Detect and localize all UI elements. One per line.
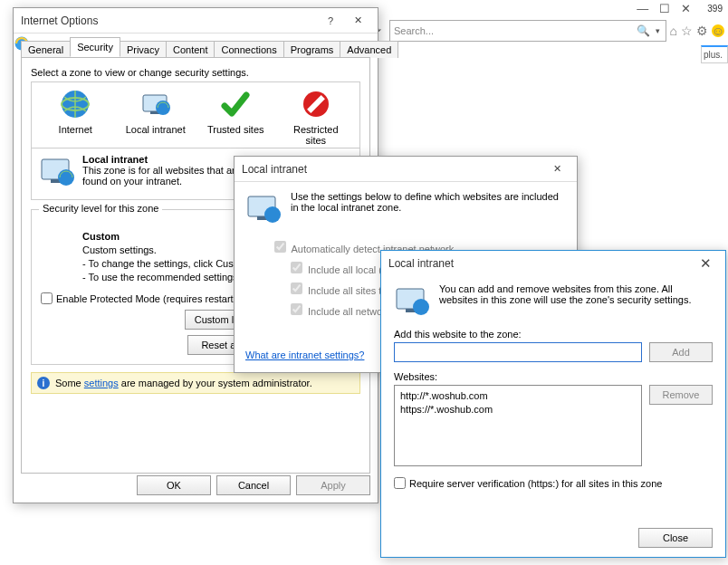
tab-general[interactable]: General [21, 41, 71, 58]
svg-point-10 [58, 169, 74, 186]
tab-security[interactable]: Security [70, 37, 120, 57]
prohibited-icon [300, 88, 332, 120]
select-zone-label: Select a zone to view or change security… [31, 67, 360, 78]
browser-toolbar: ▸ ▾ ⟳ Search... 🔍 ▾ ⌂ ☆ ⚙ ☺ [321, 18, 728, 43]
internet-options-titlebar: Internet Options ? ✕ [14, 8, 378, 34]
local-intranet-sites-titlebar: Local intranet ✕ [381, 251, 725, 276]
zone-local-intranet[interactable]: Local intranet [124, 88, 187, 146]
local-intranet-sites-dialog: Local intranet ✕ You can add and remove … [380, 250, 726, 558]
search-placeholder: Search... [394, 25, 434, 36]
websites-listbox[interactable]: http://*.woshub.com https://*.woshub.com [394, 385, 642, 466]
local-intranet-sites-title: Local intranet [388, 257, 693, 270]
list-item[interactable]: https://*.woshub.com [400, 403, 636, 417]
include-unc-input[interactable] [291, 303, 302, 315]
help-icon[interactable]: ? [318, 12, 343, 30]
tab-programs[interactable]: Programs [283, 41, 341, 58]
remove-button[interactable]: Remove [649, 385, 713, 405]
window-controls: — ☐ ✕ 399 [384, 0, 728, 16]
require-verification-label: Require server verification (https:) for… [409, 478, 662, 489]
zone-local-intranet-label: Local intranet [124, 124, 187, 135]
monitor-globe-icon [39, 154, 75, 190]
zone-desc-heading: Local intranet [82, 154, 241, 165]
add-website-label: Add this website to the zone: [394, 329, 713, 340]
local-intranet-intro: Use the settings below to define which w… [291, 191, 566, 227]
require-verification-input[interactable] [394, 477, 406, 489]
include-local-input[interactable] [291, 262, 302, 273]
require-verification-checkbox[interactable]: Require server verification (https:) for… [394, 477, 713, 489]
tab-connections[interactable]: Connections [214, 41, 283, 58]
ok-button[interactable]: OK [137, 475, 211, 495]
intranet-settings-link[interactable]: What are intranet settings? [245, 350, 364, 360]
zone-trusted-label: Trusted sites [204, 124, 267, 135]
zone-internet-label: Internet [43, 124, 107, 135]
add-website-input[interactable] [394, 342, 642, 362]
tab-advanced[interactable]: Advanced [340, 41, 398, 58]
internet-options-title: Internet Options [21, 14, 318, 27]
admin-info-bar: i Some settings are managed by your syst… [31, 372, 360, 394]
list-item[interactable]: http://*.woshub.com [400, 389, 636, 403]
tab-fragment[interactable]: plus. [701, 45, 728, 63]
close-button[interactable]: Close [638, 528, 713, 548]
tab-privacy[interactable]: Privacy [120, 41, 167, 58]
tabs: General Security Privacy Content Connect… [21, 37, 370, 57]
sites-intro: You can add and remove websites from thi… [439, 283, 713, 320]
monitor-globe-icon [245, 191, 282, 227]
include-bypass-input[interactable] [291, 282, 302, 294]
globe-icon [59, 88, 91, 120]
zone-restricted[interactable]: Restricted sites [284, 88, 348, 146]
info-suffix: are managed by your system administrator… [119, 378, 312, 388]
smiley-icon[interactable]: ☺ [712, 24, 724, 37]
maximize-icon[interactable]: ☐ [659, 2, 670, 15]
admin-info-text: Some settings are managed by your system… [55, 378, 312, 388]
zone-list: Internet Local intranet Trusted sites Re… [31, 81, 360, 148]
search-input[interactable]: Search... 🔍 ▾ [389, 20, 666, 42]
info-icon: i [37, 377, 50, 389]
cancel-button[interactable]: Cancel [216, 475, 291, 495]
search-dropdown-icon[interactable]: ▾ [654, 26, 662, 35]
svg-point-16 [413, 299, 429, 315]
security-level-title: Security level for this zone [39, 203, 162, 214]
zone-internet[interactable]: Internet [43, 88, 107, 146]
apply-button[interactable]: Apply [296, 475, 370, 495]
close-icon[interactable]: ✕ [693, 254, 718, 273]
zone-trusted[interactable]: Trusted sites [204, 88, 267, 146]
zone-desc-line2: found on your intranet. [82, 176, 241, 187]
monitor-globe-icon [139, 88, 172, 120]
favorites-icon[interactable]: ☆ [681, 24, 693, 38]
zone-desc-line1: This zone is for all websites that are [82, 165, 241, 176]
protected-mode-input[interactable] [41, 292, 53, 304]
local-intranet-settings-title: Local intranet [242, 163, 544, 176]
auto-detect-input[interactable] [274, 241, 286, 253]
close-icon[interactable]: ✕ [681, 2, 691, 15]
title-fragment: 399 [707, 4, 723, 14]
settings-link[interactable]: settings [84, 378, 119, 388]
local-intranet-settings-titlebar: Local intranet ✕ [235, 157, 577, 182]
minimize-icon[interactable]: — [637, 2, 648, 15]
tab-content[interactable]: Content [166, 41, 216, 58]
info-prefix: Some [55, 378, 84, 388]
close-icon[interactable]: ✕ [544, 160, 570, 178]
home-icon[interactable]: ⌂ [670, 24, 677, 38]
add-button[interactable]: Add [649, 342, 713, 362]
monitor-globe-icon [394, 283, 430, 320]
zone-restricted-label: Restricted sites [284, 124, 348, 146]
search-icon[interactable]: 🔍 [633, 24, 654, 37]
checkmark-icon [219, 88, 252, 120]
gear-icon[interactable]: ⚙ [696, 24, 708, 38]
close-icon[interactable]: ✕ [345, 12, 370, 30]
svg-point-13 [264, 206, 281, 223]
websites-label: Websites: [394, 371, 713, 382]
